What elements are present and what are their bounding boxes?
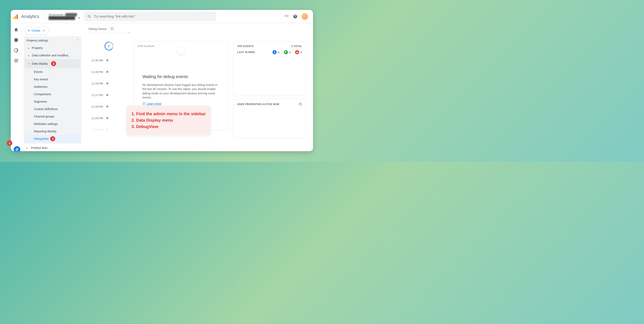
admin-gear-icon[interactable] (14, 146, 20, 151)
svg-point-1 (286, 15, 287, 15)
annotation-badge-3: 3 (50, 136, 55, 141)
timeline-dot (106, 59, 108, 61)
nav-rail (11, 23, 22, 151)
home-icon[interactable] (14, 27, 18, 32)
plus-icon: + (28, 28, 30, 33)
sidebar-sub-debugview[interactable]: DebugView 3 (24, 135, 81, 143)
user-avatar[interactable] (302, 13, 308, 20)
analytics-logo-icon (13, 14, 18, 19)
timeline-dot (106, 94, 108, 96)
last-30-mins-label: LAST 30 MINS (237, 51, 255, 54)
sidebar-sub-events[interactable]: Events (24, 68, 81, 76)
search-bar[interactable] (84, 12, 216, 21)
timeline-dot (106, 82, 108, 84)
apps-icon[interactable] (284, 14, 289, 19)
history-icon[interactable] (298, 102, 302, 106)
right-column: TOP EVENTS 0 TOTAL LAST 30 MINS 0 (233, 41, 306, 138)
chevron-up-icon: ⌃ (76, 39, 78, 42)
top-events-card: TOP EVENTS 0 TOTAL LAST 30 MINS 0 (233, 41, 306, 96)
event-count-blue: 0 (272, 50, 280, 54)
annotation-badge-1: 1 (7, 141, 12, 146)
explore-icon[interactable] (14, 48, 18, 53)
debug-device-label: Debug Device (88, 27, 107, 30)
annotation-overlay: 1. Find the admin menu in the sidebar 2.… (126, 106, 211, 135)
help-icon[interactable] (293, 14, 298, 19)
property-settings-panel: Property settings ⌃ ▸ Property ▸ Data co… (24, 36, 82, 144)
search-input[interactable] (94, 15, 213, 18)
error-icon (295, 50, 299, 54)
svg-point-0 (285, 15, 286, 15)
product-name: Analytics (21, 14, 39, 19)
annotation-step-1: 1. Find the admin menu in the sidebar (132, 112, 206, 116)
event-count-green: 0 (284, 50, 291, 54)
event-count-red: 0 (295, 50, 302, 54)
chevron-down-icon: ▼ (43, 29, 45, 32)
chevron-down-icon: ▾ (27, 63, 30, 65)
main-content: Debug Device 0 0 11:30 PM 11:29 PM 11:28… (84, 23, 313, 151)
annotation-step-3: 3. DebugView (132, 124, 206, 129)
top-events-label: TOP EVENTS (237, 45, 254, 48)
timeline-dot (106, 106, 108, 108)
body: + Create ▼ Property settings ⌃ ▸ Propert… (11, 23, 313, 151)
sidebar-sub-segments[interactable]: Segments (24, 98, 81, 105)
person-icon (272, 50, 276, 54)
chevron-right-icon: ▸ (27, 54, 30, 57)
header-icons (284, 13, 308, 20)
sidebar-sub-comparisons[interactable]: Comparisons (24, 90, 81, 98)
annotation-badge-2: 2 (51, 61, 56, 66)
svg-point-5 (288, 16, 288, 17)
timeline-dot (106, 71, 108, 73)
svg-point-4 (286, 16, 287, 17)
learn-more-link[interactable]: Learn more (142, 102, 162, 105)
annotation-step-2: 2. Data Display menu (132, 118, 206, 123)
chevron-right-icon: ▸ (27, 47, 30, 49)
spinner-icon (176, 46, 186, 56)
app-header: Analytics All accounts › ██████ ████████… (11, 10, 313, 23)
user-properties-label: USER PROPERTIES ACTIVE NOW (237, 103, 279, 106)
reports-icon[interactable] (14, 38, 18, 42)
sidebar-item-data-display[interactable]: ▾ Data display 2 (24, 59, 81, 68)
sidebar-item-data-collection[interactable]: ▸ Data collection and modifica… (24, 52, 81, 59)
svg-point-7 (14, 59, 18, 62)
document-icon (142, 102, 145, 105)
sidebar-sub-attribution-settings[interactable]: Attribution settings (24, 120, 81, 128)
event-timeline: 0 11:30 PM 11:29 PM 11:28 PM 11:27 PM 11… (88, 42, 130, 136)
property-settings-header[interactable]: Property settings ⌃ (24, 37, 82, 44)
svg-point-2 (288, 15, 288, 15)
search-icon (87, 14, 92, 18)
timeline-top-counter: 0 (104, 42, 113, 50)
sidebar-sub-channel-groups[interactable]: Channel groups (24, 113, 81, 120)
sidebar-sub-reporting-identity[interactable]: Reporting identity (24, 128, 81, 135)
sidebar-sub-audiences[interactable]: Audiences (24, 83, 81, 90)
sidebar-sub-key-events[interactable]: Key events (24, 76, 81, 83)
user-properties-card: USER PROPERTIES ACTIVE NOW (233, 99, 306, 138)
sidebar-sub-custom-definitions[interactable]: Custom definitions (24, 105, 81, 113)
admin-sidebar: + Create ▼ Property settings ⌃ ▸ Propert… (22, 23, 84, 151)
divider (44, 13, 44, 20)
sidebar-item-product-links[interactable]: ▸ Product links (24, 144, 82, 151)
debug-device-row: Debug Device 0 (88, 27, 306, 31)
chevron-right-icon: ▸ (26, 147, 29, 149)
waiting-description: No development devices have logged any d… (142, 83, 220, 100)
sidebar-item-property[interactable]: ▸ Property (24, 44, 81, 52)
debug-device-count: 0 (109, 27, 115, 31)
top-events-total: 0 TOTAL (291, 45, 302, 48)
create-button[interactable]: + Create ▼ (24, 26, 49, 35)
svg-point-3 (285, 16, 286, 17)
account-picker[interactable]: All accounts › ██████ ████████████ ▼ (48, 13, 77, 20)
svg-point-8 (16, 60, 17, 61)
advertising-icon[interactable] (14, 58, 18, 63)
flag-icon (284, 50, 288, 54)
waiting-title: Waiting for debug events (142, 74, 220, 79)
app-window: Analytics All accounts › ██████ ████████… (11, 10, 313, 151)
timeline-dot (106, 117, 108, 119)
